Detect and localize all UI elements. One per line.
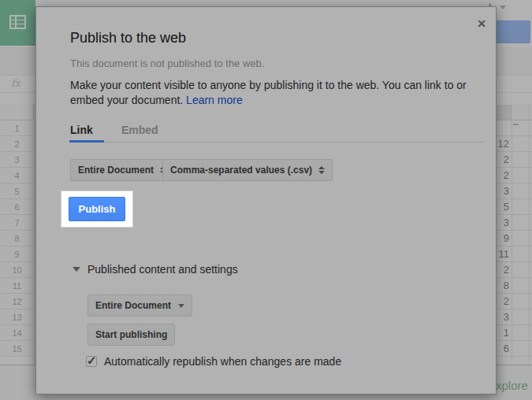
checkmark-icon: ✓ (87, 354, 97, 368)
scope-select[interactable]: Entire Document (70, 159, 174, 181)
published-content-select-value: Entire Document (95, 300, 171, 311)
tab-divider (69, 142, 483, 143)
tab-embed[interactable]: Embed (121, 124, 158, 136)
description-line1: Make your content visible to anyone by p… (70, 79, 467, 91)
start-publishing-label: Start publishing (95, 329, 167, 340)
publish-button[interactable]: Publish (69, 197, 125, 221)
start-publishing-button[interactable]: Start publishing (87, 324, 175, 346)
publish-status-text: This document is not published to the we… (70, 57, 264, 69)
scope-select-value: Entire Document (78, 165, 154, 176)
dialog-title: Publish to the web (70, 30, 186, 46)
chevron-down-icon (178, 304, 184, 308)
format-select[interactable]: Comma-separated values (.csv) (162, 159, 333, 181)
tab-link[interactable]: Link (70, 124, 93, 136)
dialog-description: Make your content visible to anyone by p… (70, 78, 467, 108)
close-icon[interactable]: ✕ (471, 13, 492, 34)
publish-highlight-box: Publish (61, 191, 133, 228)
published-settings-header[interactable]: Published content and settings (87, 263, 238, 276)
description-line2: embed your document. (70, 94, 183, 106)
published-content-select[interactable]: Entire Document (87, 294, 192, 317)
format-select-value: Comma-separated values (.csv) (170, 165, 312, 176)
section-collapse-icon[interactable] (73, 267, 80, 272)
auto-republish-label: Automatically republish when changes are… (104, 355, 341, 368)
learn-more-link[interactable]: Learn more (186, 94, 243, 106)
auto-republish-checkbox[interactable]: ✓ (86, 356, 97, 367)
active-tab-underline (69, 140, 104, 143)
updown-arrows-icon (318, 166, 325, 174)
